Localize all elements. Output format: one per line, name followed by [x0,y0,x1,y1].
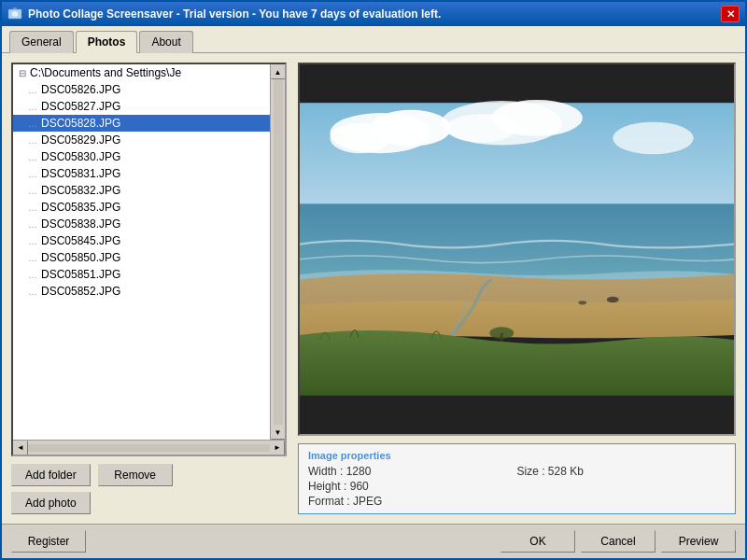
tree-file-label: DSC05851.JPG [41,268,120,281]
tree-dots-icon: … [28,152,37,162]
tree-dots-icon: … [28,169,37,179]
preview-button[interactable]: Preview [661,530,736,553]
tree-dots-icon: … [28,253,37,263]
tree-file-label: DSC05845.JPG [41,234,120,247]
scroll-track-v[interactable] [274,79,283,425]
scroll-right-button[interactable]: ► [270,441,285,455]
tree-file-item[interactable]: …DSC05829.JPG [13,132,270,148]
add-photo-button[interactable]: Add photo [11,492,91,514]
collapse-icon: ⊟ [19,68,26,78]
image-properties-panel: Image properties Width : 1280 Size : 528… [298,443,736,514]
tree-dots-icon: … [28,203,37,213]
height-label: Height : [308,480,346,493]
file-tree-inner: ⊟ C:\Documents and Settings\Je …DSC05826… [13,64,285,440]
beach-image [300,64,734,434]
svg-point-12 [607,297,619,302]
tab-about[interactable]: About [139,31,192,53]
tree-dots-icon: … [28,85,37,95]
tree-file-label: DSC05828.JPG [41,117,120,130]
cancel-button[interactable]: Cancel [581,530,655,553]
button-row-1: Add folder Remove [11,464,287,486]
width-label: Width : [308,465,343,478]
file-list[interactable]: ⊟ C:\Documents and Settings\Je …DSC05826… [13,64,270,440]
photo-preview [298,63,736,436]
height-property: Height : 960 [308,480,517,493]
tree-file-item[interactable]: …DSC05838.JPG [13,216,270,232]
tree-file-item[interactable]: …DSC05851.JPG [13,266,270,283]
tree-dots-icon: … [28,186,37,196]
right-panel: Image properties Width : 1280 Size : 528… [298,63,736,514]
tab-photos[interactable]: Photos [76,31,138,53]
tree-file-item[interactable]: …DSC05827.JPG [13,98,270,115]
svg-rect-2 [13,7,17,9]
width-value: 1280 [346,465,372,478]
title-bar-text: Photo Collage Screensaver - Trial versio… [28,7,721,21]
tree-file-item[interactable]: …DSC05826.JPG [13,81,270,98]
scroll-track-h[interactable] [28,444,270,452]
tree-root[interactable]: ⊟ C:\Documents and Settings\Je [13,64,270,81]
tree-file-item[interactable]: …DSC05830.JPG [13,148,270,165]
scroll-up-button[interactable]: ▲ [271,64,286,79]
bottom-bar-right: OK Cancel Preview [500,530,736,553]
svg-rect-15 [500,333,502,342]
format-property [517,480,726,493]
image-properties-grid: Width : 1280 Size : 528 Kb Height : 960 [308,465,726,508]
tree-file-item[interactable]: …DSC05845.JPG [13,232,270,249]
svg-point-10 [613,122,694,155]
tree-file-label: DSC05835.JPG [41,201,120,214]
svg-point-1 [12,11,18,17]
horizontal-scrollbar[interactable]: ◄ ► [13,440,285,455]
app-icon [7,7,22,21]
tree-dots-icon: … [28,102,37,112]
svg-point-13 [578,301,586,304]
tree-dots-icon: … [28,135,37,146]
format-value: JPEG [353,495,382,508]
bottom-bar: Register OK Cancel Preview [2,524,745,558]
tree-file-label: DSC05827.JPG [41,100,120,113]
tree-file-item[interactable]: …DSC05828.JPG [13,115,270,132]
tree-file-label: DSC05829.JPG [41,133,120,147]
tree-file-item[interactable]: …DSC05832.JPG [13,182,270,199]
main-window: Photo Collage Screensaver - Trial versio… [0,0,747,560]
scroll-down-button[interactable]: ▼ [271,425,286,440]
button-row-2: Add photo [11,492,287,514]
file-tree-container: ⊟ C:\Documents and Settings\Je …DSC05826… [11,63,287,456]
size-value: 528 Kb [548,465,584,478]
tree-file-item[interactable]: …DSC05852.JPG [13,283,270,300]
tree-file-label: DSC05832.JPG [41,184,120,197]
left-panel: ⊟ C:\Documents and Settings\Je …DSC05826… [11,63,287,514]
tree-file-item[interactable]: …DSC05831.JPG [13,165,270,182]
content-area: ⊟ C:\Documents and Settings\Je …DSC05826… [2,53,745,524]
tab-general[interactable]: General [9,31,74,53]
tree-file-label: DSC05830.JPG [41,150,120,163]
vertical-scrollbar[interactable]: ▲ ▼ [270,64,285,440]
bottom-bar-left: Register [11,530,500,553]
file-items: …DSC05826.JPG…DSC05827.JPG…DSC05828.JPG…… [13,81,270,300]
tree-file-item[interactable]: …DSC05850.JPG [13,249,270,266]
format-label: Format : [308,495,350,508]
tree-dots-icon: … [28,287,37,297]
title-bar: Photo Collage Screensaver - Trial versio… [2,2,745,26]
close-button[interactable]: ✕ [721,6,740,22]
width-property: Width : 1280 [308,465,517,478]
image-properties-title: Image properties [308,450,726,461]
size-label: Size : [517,465,545,478]
tree-dots-icon: … [28,219,37,230]
tree-file-label: DSC05850.JPG [41,251,120,264]
svg-point-9 [446,114,517,142]
tree-dots-icon: … [28,236,37,246]
scroll-left-button[interactable]: ◄ [13,441,28,455]
tree-file-item[interactable]: …DSC05835.JPG [13,199,270,216]
ok-button[interactable]: OK [500,530,575,553]
svg-point-6 [330,123,390,153]
height-value: 960 [350,480,369,493]
remove-button[interactable]: Remove [98,464,173,486]
format-row: Format : JPEG [308,495,517,508]
tree-file-label: DSC05826.JPG [41,83,120,96]
tree-dots-icon: … [28,119,37,129]
root-label: C:\Documents and Settings\Je [30,66,181,79]
tree-file-label: DSC05831.JPG [41,167,120,180]
tree-dots-icon: … [28,270,37,280]
add-folder-button[interactable]: Add folder [11,464,91,486]
register-button[interactable]: Register [11,530,86,553]
